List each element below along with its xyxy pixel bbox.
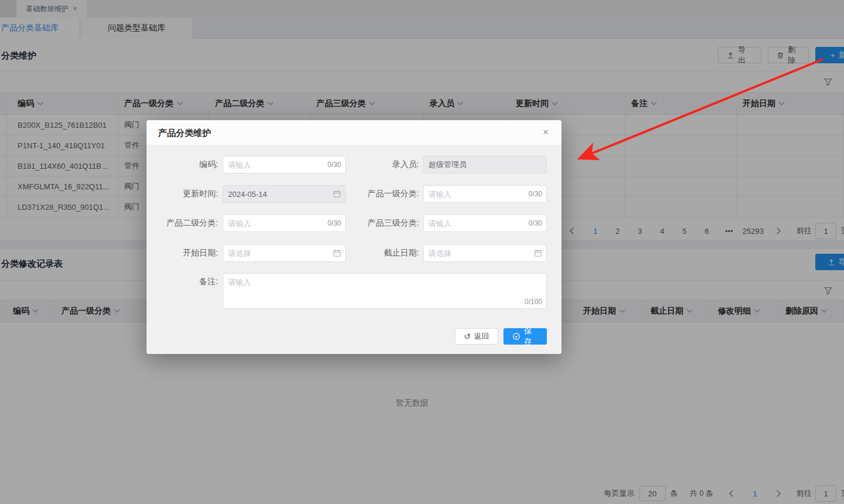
start-date-input[interactable]	[223, 244, 346, 262]
entry-clerk-field-box	[423, 156, 547, 173]
dialog-footer: ↺ 返回 保存	[147, 328, 561, 345]
end-date-label: 截止日期:	[352, 244, 419, 262]
code-label: 编码:	[154, 156, 218, 173]
form-row: 开始日期: 截止日期:	[147, 244, 561, 262]
product-classification-dialog: 产品分类维护 × 编码: 0/30 录入员: 更新时间:	[147, 120, 561, 354]
back-button[interactable]: ↺ 返回	[455, 328, 498, 345]
start-date-label: 开始日期:	[154, 244, 218, 262]
entry-clerk-input	[423, 156, 547, 173]
save-button[interactable]: 保存	[503, 328, 547, 345]
calendar-icon	[333, 190, 341, 200]
code-counter: 0/30	[328, 161, 341, 169]
calendar-icon[interactable]	[534, 249, 542, 260]
back-label: 返回	[474, 331, 489, 342]
dialog-close-icon[interactable]: ×	[543, 127, 549, 137]
level2-field-box: 0/30	[223, 214, 346, 232]
save-label: 保存	[524, 326, 538, 347]
form-row: 更新时间: 产品一级分类: 0/30	[147, 185, 561, 203]
dialog-body: 编码: 0/30 录入员: 更新时间: 产品一级分类:	[147, 145, 561, 354]
update-time-label: 更新时间:	[154, 185, 218, 203]
level3-counter: 0/30	[529, 219, 542, 227]
update-time-field-box	[223, 185, 346, 203]
dialog-title: 产品分类维护	[158, 128, 211, 139]
update-time-input	[223, 185, 346, 203]
level3-field-box: 0/30	[423, 214, 547, 232]
note-counter: 0/100	[525, 298, 542, 306]
refresh-icon: ↺	[464, 332, 471, 340]
entry-clerk-label: 录入员:	[352, 156, 419, 173]
screen: 基础数据维护 × 产品分类基础库 问题类型基础库 分类维护 导出	[0, 0, 844, 504]
note-textarea[interactable]	[223, 273, 547, 309]
level1-label: 产品一级分类:	[352, 185, 419, 203]
dialog-header: 产品分类维护 ×	[147, 120, 561, 145]
level2-label: 产品二级分类:	[154, 214, 218, 232]
level1-field-box: 0/30	[423, 185, 547, 203]
form-row: 编码: 0/30 录入员:	[147, 156, 561, 173]
end-date-field-box	[423, 244, 547, 262]
form-row: 产品二级分类: 0/30 产品三级分类: 0/30	[147, 214, 561, 232]
level3-label: 产品三级分类:	[352, 214, 419, 232]
level1-counter: 0/30	[529, 190, 542, 198]
code-field-box: 0/30	[223, 156, 346, 173]
end-date-input[interactable]	[423, 244, 547, 262]
level2-counter: 0/30	[328, 219, 341, 227]
note-field-box: 0/100	[223, 273, 547, 309]
calendar-icon[interactable]	[333, 249, 341, 260]
check-circle-icon	[512, 332, 520, 340]
start-date-field-box	[223, 244, 346, 262]
form-row: 备注: 0/100	[147, 273, 561, 309]
note-label: 备注:	[154, 273, 218, 291]
